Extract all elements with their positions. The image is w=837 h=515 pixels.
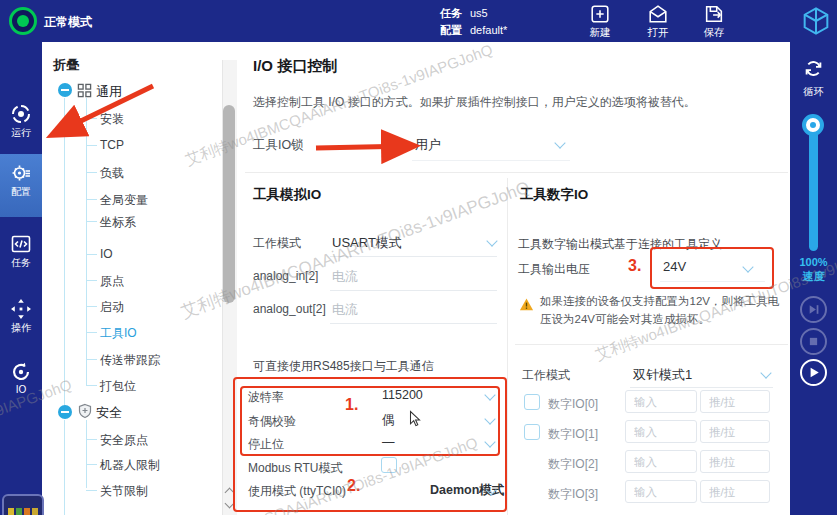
top-bar: 正常模式 任务us5 配置default* 新建 打开 保存: [0, 0, 837, 42]
general-group-icon: [77, 83, 92, 98]
tree-item-safety-home[interactable]: 安全原点: [100, 432, 148, 449]
tree-scrollbar-thumb[interactable]: [223, 105, 235, 303]
digital-io-2-input-field[interactable]: [625, 450, 697, 473]
annotation-step-3: 3.: [628, 257, 641, 275]
step-forward-button[interactable]: [800, 296, 827, 323]
brand-logo-icon: [800, 5, 832, 37]
new-button[interactable]: 新建: [578, 3, 622, 40]
app-window: 正常模式 任务us5 配置default* 新建 打开 保存 运行: [0, 0, 837, 515]
tree-group-safety[interactable]: 安全: [96, 404, 122, 422]
annotation-box-3: [650, 247, 774, 289]
tree-item-joint-limits[interactable]: 关节限制: [100, 483, 148, 500]
loop-mode-icon[interactable]: [801, 56, 826, 81]
sidebar-item-io[interactable]: IO: [0, 360, 42, 395]
chevron-down-icon[interactable]: [554, 137, 565, 148]
loop-mode-label: 循环: [790, 85, 837, 99]
annotation-step-2: 2.: [347, 477, 360, 495]
field-underline: [330, 323, 497, 324]
tree-item-home[interactable]: 原点: [100, 273, 124, 290]
chevron-down-icon[interactable]: [760, 367, 771, 378]
digital-io-0-label: 数字IO[0]: [548, 396, 598, 413]
digital-io-1-input-field[interactable]: [625, 420, 697, 443]
digital-io-3-mode-field[interactable]: [700, 480, 770, 503]
work-mode-label: 工作模式: [253, 235, 301, 252]
column-divider: [507, 178, 508, 515]
tree-connector-line: [86, 420, 87, 488]
tree-item-startup[interactable]: 启动: [100, 299, 124, 316]
collapse-minus-icon[interactable]: [58, 83, 72, 97]
sidebar-item-operate[interactable]: 操作: [0, 297, 42, 335]
move-arrows-icon: [9, 297, 33, 321]
tree-group-general[interactable]: 通用: [96, 83, 122, 101]
open-icon: [647, 3, 669, 25]
robot-status-icon[interactable]: [9, 7, 37, 35]
play-button[interactable]: [800, 359, 827, 386]
tree-item-io[interactable]: IO: [100, 247, 113, 261]
task-label: 任务: [440, 7, 462, 19]
tree-item-payload[interactable]: 负载: [100, 165, 124, 182]
digital-io-3-input-field[interactable]: [625, 480, 697, 503]
tree-item-global-vars[interactable]: 全局变量: [100, 192, 148, 209]
work-mode-select[interactable]: USART模式: [332, 234, 402, 252]
gear-icon: [9, 161, 33, 185]
digital-io-0-checkbox[interactable]: [524, 394, 540, 410]
analog-section-title: 工具模拟IO: [253, 186, 321, 204]
tool-io-lock-select[interactable]: 用户: [415, 136, 441, 154]
tree-item-install[interactable]: 安装: [100, 111, 124, 128]
save-button[interactable]: 保存: [692, 3, 736, 40]
analog-in-label: analog_in[2]: [253, 269, 318, 283]
tree-item-tool-io[interactable]: 工具IO: [100, 325, 137, 342]
stop-button[interactable]: [800, 328, 827, 355]
analog-in-select[interactable]: 电流: [332, 268, 358, 286]
digital-io-0-input-field[interactable]: [625, 390, 697, 413]
new-button-label: 新建: [590, 26, 611, 38]
sidebar-operate-label: 操作: [0, 321, 42, 335]
rs485-note: 可直接使用RS485接口与工具通信: [253, 358, 434, 375]
new-file-icon: [589, 3, 611, 25]
tree-connector-line: [64, 98, 65, 405]
sidebar-item-task[interactable]: 任务: [0, 232, 42, 270]
speed-slider-track[interactable]: [809, 123, 818, 251]
digital-io-0-mode-field[interactable]: [700, 390, 770, 413]
sidebar-item-run[interactable]: 运行: [0, 102, 42, 140]
voltage-warning-text: 如果连接的设备仅支持配置为12V，则将工具电压设为24V可能会对其造成损坏。: [540, 293, 788, 329]
open-button[interactable]: 打开: [636, 3, 680, 40]
field-underline: [330, 290, 497, 291]
divider: [245, 172, 788, 173]
digital-io-2-mode-field[interactable]: [700, 450, 770, 473]
field-underline: [630, 387, 773, 388]
tree-item-robot-limits[interactable]: 机器人限制: [100, 457, 160, 474]
digital-io-1-checkbox[interactable]: [524, 424, 540, 440]
digital-work-mode-select[interactable]: 双针模式1: [633, 366, 692, 384]
chevron-down-icon[interactable]: [486, 235, 497, 246]
sidebar-item-config[interactable]: 配置: [0, 161, 42, 199]
mouse-cursor: [406, 410, 424, 428]
annotation-arrow-user: [316, 146, 412, 148]
tree-item-pack-pose[interactable]: 打包位: [100, 378, 136, 395]
collapse-label[interactable]: 折叠: [53, 56, 79, 74]
tree-item-tcp[interactable]: TCP: [100, 138, 124, 152]
mode-label: 正常模式: [44, 14, 92, 31]
analog-out-select[interactable]: 电流: [332, 301, 358, 319]
left-sidebar: 运行 配置 任务 操作 IO: [0, 42, 44, 515]
tree-item-frames[interactable]: 坐标系: [100, 214, 136, 231]
safety-shield-icon: [77, 403, 93, 419]
tree-connector-line: [86, 98, 87, 385]
speed-label: 速度: [790, 269, 837, 284]
digital-section-title: 工具数字IO: [520, 186, 588, 204]
save-button-label: 保存: [704, 26, 725, 38]
page-description: 选择控制工具 I/O 接口的方式。如果扩展插件控制接口，用户定义的选项将被替代。: [253, 94, 696, 111]
tree-item-conveyor-tracking[interactable]: 传送带跟踪: [100, 352, 160, 369]
config-label: 配置: [440, 24, 462, 36]
task-row: 任务us5: [440, 6, 488, 21]
config-value: default*: [470, 24, 507, 36]
collapse-minus-icon[interactable]: [58, 405, 72, 419]
sidebar-task-label: 任务: [0, 256, 42, 270]
speed-slider-handle[interactable]: [802, 114, 824, 136]
analog-out-label: analog_out[2]: [253, 302, 326, 316]
warning-icon: [519, 297, 534, 312]
play-icon: [802, 361, 825, 384]
annotation-box-1: [240, 386, 500, 456]
digital-io-1-mode-field[interactable]: [700, 420, 770, 443]
code-icon: [9, 232, 33, 256]
